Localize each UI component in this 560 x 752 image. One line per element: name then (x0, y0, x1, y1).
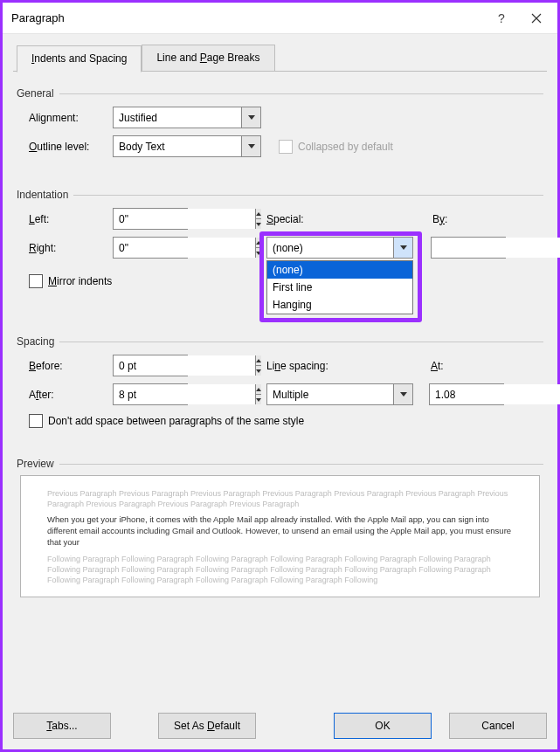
preview-box: Previous Paragraph Previous Paragraph Pr… (20, 475, 540, 597)
triangle-up-icon (256, 241, 261, 245)
ok-button[interactable]: OK (334, 713, 432, 739)
outline-combo[interactable]: Body Text (113, 135, 261, 157)
spin-down[interactable] (256, 247, 261, 258)
triangle-up-icon (256, 359, 261, 362)
chevron-down-icon (248, 144, 255, 148)
spin-up[interactable] (256, 209, 261, 218)
alignment-label: Alignment: (17, 112, 113, 124)
set-default-button[interactable]: Set As Default (158, 713, 256, 739)
tab-line-page-breaks[interactable]: Line and Page Breaks (142, 45, 274, 72)
tab-label: Line and Page Breaks (156, 52, 259, 64)
special-dropdown-list[interactable]: (none) First line Hanging (266, 260, 413, 314)
alignment-dropdown-button[interactable] (241, 107, 260, 128)
section-general: General (17, 87, 543, 100)
line-spacing-dropdown-button[interactable] (393, 384, 412, 404)
section-indentation: Indentation (17, 189, 543, 201)
before-input[interactable] (114, 355, 255, 376)
by-input[interactable] (432, 238, 560, 258)
indent-left-spinner[interactable] (113, 208, 188, 230)
chevron-down-icon (400, 392, 407, 397)
line-spacing-value: Multiple (267, 384, 393, 404)
collapsed-checkbox (279, 140, 293, 154)
triangle-down-icon (256, 252, 261, 255)
close-icon (531, 13, 542, 24)
collapsed-label: Collapsed by default (298, 141, 393, 153)
after-spinner[interactable] (113, 383, 188, 405)
chevron-down-icon (248, 115, 255, 120)
alignment-value: Justified (114, 107, 241, 128)
before-label: Before: (17, 360, 113, 372)
spin-up[interactable] (256, 238, 261, 247)
no-space-label: Don't add space between paragraphs of th… (48, 415, 304, 427)
outline-label: Outline level: (17, 141, 113, 153)
special-label: Special: (266, 213, 424, 225)
no-space-checkbox[interactable] (29, 414, 43, 428)
dialog-window: Paragraph ? Indents and Spacing Line and… (0, 0, 560, 752)
after-label: After: (17, 389, 113, 401)
by-label: By: (432, 213, 494, 225)
close-button[interactable] (519, 5, 554, 31)
spin-down[interactable] (256, 394, 261, 404)
tab-label: Indents and Spacing (31, 52, 127, 65)
mirror-indents-checkbox[interactable] (29, 274, 43, 288)
preview-following: Following Paragraph Following Paragraph … (47, 554, 513, 585)
tab-strip: Indents and Spacing Line and Page Breaks (17, 45, 547, 72)
outline-value: Body Text (114, 136, 241, 156)
spin-down[interactable] (256, 365, 261, 376)
button-row: Tabs... Set As Default OK Cancel (13, 713, 547, 739)
indent-right-input[interactable] (114, 238, 255, 258)
triangle-down-icon (256, 223, 261, 226)
spin-up[interactable] (256, 355, 261, 365)
window-title: Paragraph (11, 11, 484, 24)
special-combo-wrap: (none) (none) First line Hanging (266, 237, 415, 259)
indent-left-label: Left: (17, 213, 113, 225)
indent-right-spinner[interactable] (113, 237, 188, 259)
dialog-body: Indents and Spacing Line and Page Breaks… (3, 34, 557, 749)
tabs-button[interactable]: Tabs... (13, 713, 111, 739)
at-spinner[interactable] (429, 383, 504, 405)
mirror-indents-label: Mirror indents (48, 275, 112, 287)
alignment-combo[interactable]: Justified (113, 107, 261, 128)
cancel-button[interactable]: Cancel (449, 713, 547, 739)
at-label: At: (431, 360, 444, 372)
spin-down[interactable] (256, 218, 261, 229)
help-button[interactable]: ? (484, 5, 519, 31)
triangle-up-icon (256, 388, 261, 391)
line-spacing-combo[interactable]: Multiple (266, 383, 413, 405)
tab-indents-spacing[interactable]: Indents and Spacing (17, 45, 142, 72)
preview-body: When you get your iPhone, it comes with … (47, 514, 513, 548)
line-spacing-label: Line spacing: (266, 360, 431, 372)
special-option-hanging[interactable]: Hanging (267, 296, 412, 314)
triangle-up-icon (256, 212, 261, 216)
chevron-down-icon (400, 245, 407, 250)
triangle-down-icon (256, 398, 261, 402)
special-option-none[interactable]: (none) (267, 261, 412, 279)
special-combo[interactable]: (none) (266, 237, 413, 259)
outline-dropdown-button[interactable] (241, 136, 260, 156)
section-spacing: Spacing (17, 335, 543, 348)
section-preview: Preview (17, 458, 543, 470)
titlebar: Paragraph ? (3, 3, 557, 34)
special-option-first-line[interactable]: First line (267, 279, 412, 296)
preview-previous: Previous Paragraph Previous Paragraph Pr… (47, 488, 513, 509)
tab-panel: General Alignment: Justified Outline lev… (13, 71, 547, 597)
special-dropdown-button[interactable] (393, 238, 412, 258)
by-spinner[interactable] (431, 237, 506, 259)
after-input[interactable] (114, 384, 255, 404)
special-value: (none) (267, 238, 393, 258)
spin-up[interactable] (256, 384, 261, 394)
at-input[interactable] (430, 384, 560, 404)
indent-right-label: Right: (17, 242, 113, 254)
before-spinner[interactable] (113, 355, 188, 376)
indent-left-input[interactable] (114, 209, 255, 229)
triangle-down-icon (256, 369, 261, 373)
